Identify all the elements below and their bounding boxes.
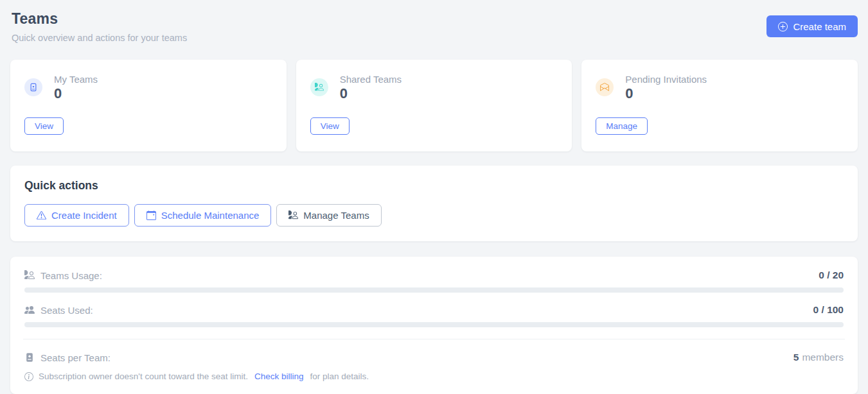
pending-invitations-card-header: Pending Invitations 0 xyxy=(596,74,844,101)
seats-per-team-row: Seats per Team: 5members xyxy=(24,339,844,363)
stat-value: 0 xyxy=(54,87,98,101)
stat-label: My Teams xyxy=(54,74,98,85)
manage-teams-button[interactable]: Manage Teams xyxy=(276,204,381,227)
shared-teams-card-text: Shared Teams 0 xyxy=(340,74,402,101)
quick-actions-buttons: Create Incident Schedule Maintenance Man… xyxy=(24,204,844,227)
stat-label: Shared Teams xyxy=(340,74,402,85)
create-team-button-label: Create team xyxy=(793,21,846,32)
teams-page: Teams Quick overview and actions for you… xyxy=(0,0,868,394)
create-incident-button[interactable]: Create Incident xyxy=(24,204,129,227)
teams-usage-label-group: Teams Usage: xyxy=(24,270,102,281)
seat-limit-note-suffix: for plan details. xyxy=(310,372,369,381)
my-teams-view-button[interactable]: View xyxy=(24,117,64,135)
pending-invitations-manage-button[interactable]: Manage xyxy=(596,117,648,135)
create-team-button[interactable]: Create team xyxy=(766,15,858,37)
usage-panel: Teams Usage: 0 / 20 Seats Used: 0 / 100 xyxy=(10,257,858,394)
teams-usage-progress-bar xyxy=(24,287,844,293)
my-teams-card: My Teams 0 View xyxy=(10,60,287,151)
stat-value: 0 xyxy=(625,87,707,101)
my-teams-card-text: My Teams 0 xyxy=(54,74,98,101)
seats-used-label: Seats Used: xyxy=(40,305,93,316)
shared-teams-card-header: Shared Teams 0 xyxy=(310,74,558,101)
quick-actions-title: Quick actions xyxy=(24,179,844,193)
shared-teams-card: Shared Teams 0 View xyxy=(296,60,572,151)
schedule-maintenance-button[interactable]: Schedule Maintenance xyxy=(134,204,272,227)
team-icon xyxy=(288,210,298,220)
shared-teams-view-button[interactable]: View xyxy=(310,117,350,135)
people-fill-icon xyxy=(24,305,35,315)
id-badge-icon xyxy=(24,78,42,96)
check-billing-link[interactable]: Check billing xyxy=(254,372,304,381)
schedule-maintenance-button-label: Schedule Maintenance xyxy=(161,210,260,221)
warning-triangle-icon xyxy=(37,210,46,220)
stat-cards-row: My Teams 0 View Shared Teams 0 View xyxy=(10,60,858,151)
my-teams-card-header: My Teams 0 xyxy=(24,74,272,101)
seat-limit-note-text: Subscription owner doesn't count toward … xyxy=(39,372,248,381)
seats-used-value: 0 / 100 xyxy=(813,304,844,316)
teams-usage-value: 0 / 20 xyxy=(819,270,844,281)
quick-actions-panel: Quick actions Create Incident Schedule M… xyxy=(10,166,858,241)
page-subtitle: Quick overview and actions for your team… xyxy=(12,33,187,43)
page-header: Teams Quick overview and actions for you… xyxy=(10,10,858,43)
seats-used-label-group: Seats Used: xyxy=(24,305,93,316)
create-incident-button-label: Create Incident xyxy=(51,210,117,221)
pending-invitations-card: Pending Invitations 0 Manage xyxy=(581,60,858,151)
seats-per-team-value: 5members xyxy=(793,352,844,363)
seat-limit-note: Subscription owner doesn't count toward … xyxy=(24,372,844,381)
seats-used-progress-bar xyxy=(24,322,844,327)
team-icon xyxy=(24,270,35,280)
calendar-icon xyxy=(146,210,156,220)
seats-per-team-number: 5 xyxy=(793,352,799,363)
teams-usage-label: Teams Usage: xyxy=(40,270,102,281)
stat-label: Pending Invitations xyxy=(625,74,707,85)
seats-per-team-label: Seats per Team: xyxy=(40,352,111,363)
info-circle-icon xyxy=(24,372,33,381)
envelope-open-icon xyxy=(596,78,614,96)
seats-per-team-suffix: members xyxy=(802,352,844,363)
teams-usage-row: Teams Usage: 0 / 20 xyxy=(24,270,844,281)
seats-used-row: Seats Used: 0 / 100 xyxy=(24,304,844,316)
page-header-text: Teams Quick overview and actions for you… xyxy=(10,10,187,43)
manage-teams-button-label: Manage Teams xyxy=(303,210,369,221)
plus-circle-icon xyxy=(778,22,788,31)
pending-invitations-card-text: Pending Invitations 0 xyxy=(625,74,707,101)
team-icon xyxy=(310,78,328,96)
stat-value: 0 xyxy=(340,87,402,101)
id-badge-fill-icon xyxy=(24,352,35,363)
page-title: Teams xyxy=(12,10,187,28)
seats-per-team-label-group: Seats per Team: xyxy=(24,352,111,363)
